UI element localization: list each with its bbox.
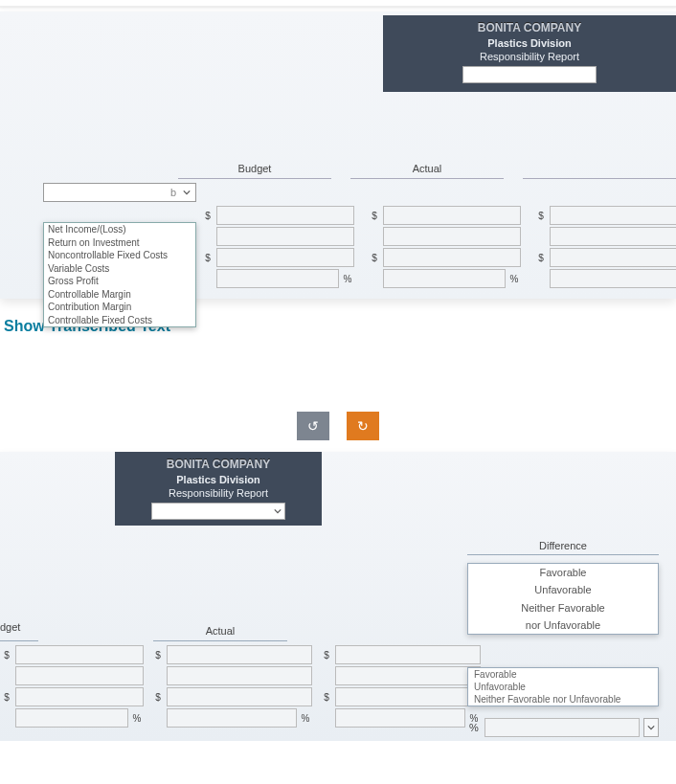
budget-input-2[interactable] <box>216 227 354 246</box>
option-item[interactable]: Variable Costs <box>44 262 195 276</box>
select-current: b <box>46 187 180 198</box>
actual-column: $ $ % <box>151 645 312 728</box>
budget-column: $ $ % <box>201 206 364 288</box>
option-item[interactable]: Contribution Margin <box>44 301 195 314</box>
dollar-icon: $ <box>368 253 381 263</box>
fav-option[interactable]: Favorable <box>468 668 658 681</box>
dget-input-3[interactable] <box>15 687 144 706</box>
dget-input-1[interactable] <box>15 645 144 664</box>
option-item[interactable]: Return on Investment <box>44 236 195 250</box>
option-item[interactable]: Controllable Fixed Costs <box>44 314 195 327</box>
fav-option[interactable]: Unfavorable <box>468 681 658 693</box>
header-select[interactable] <box>462 66 597 83</box>
option-item[interactable]: Net Income/(Loss) <box>44 223 195 236</box>
col-header-actual: Actual <box>153 621 287 641</box>
report-panel-bottom: BONITA COMPANY Plastics Division Respons… <box>0 452 676 741</box>
budget-input-3[interactable] <box>216 248 354 267</box>
option-item[interactable]: Noncontrollable Fixed Costs <box>44 249 195 262</box>
dollar-icon: $ <box>201 253 214 263</box>
chevron-down-icon <box>271 504 284 518</box>
third-input-1[interactable] <box>550 206 676 225</box>
col-header-dget: dget <box>0 621 38 641</box>
percent-icon: % <box>299 713 312 724</box>
actual-input-2[interactable] <box>167 666 312 685</box>
column-headers-top: Budget Actual <box>0 159 676 179</box>
percent-icon: % <box>341 274 354 284</box>
report-title: Responsibility Report <box>169 487 268 499</box>
dollar-icon: $ <box>0 692 13 703</box>
difference-options[interactable]: Favorable Unfavorable Neither Favorable … <box>467 563 659 635</box>
fav-option[interactable]: Neither Favorable nor Unfavorable <box>468 693 658 706</box>
actual-input-1[interactable] <box>383 206 521 225</box>
mid-toolbar: ↺ ↻ <box>0 412 676 440</box>
diff-option[interactable]: nor Unfavorable <box>468 616 658 634</box>
dget-column: $ $ % <box>0 645 144 728</box>
report-panel-top: BONITA COMPANY Plastics Division Respons… <box>0 11 676 299</box>
percent-icon: % <box>130 713 144 724</box>
company-name: BONITA COMPANY <box>478 21 581 34</box>
dget-input-2[interactable] <box>15 666 144 685</box>
diff-option[interactable]: Neither Favorable <box>468 599 658 616</box>
option-item[interactable]: Gross Profit <box>44 275 195 288</box>
dollar-icon: $ <box>534 253 548 263</box>
dollar-icon: $ <box>151 650 165 661</box>
row-label-options[interactable]: Net Income/(Loss) Return on Investment N… <box>43 222 196 327</box>
col-header-actual: Actual <box>350 159 504 179</box>
actual-column: $ $ % <box>368 206 530 288</box>
report-header-top: BONITA COMPANY Plastics Division Respons… <box>383 15 676 92</box>
diff-input-3[interactable] <box>335 687 481 706</box>
dollar-icon: $ <box>151 692 165 703</box>
option-item[interactable]: Controllable Margin <box>44 288 195 302</box>
favorability-dropdown[interactable]: Favorable Unfavorable Neither Favorable … <box>467 667 659 706</box>
dollar-icon: $ <box>534 211 548 221</box>
diff-option[interactable]: Unfavorable <box>468 581 658 598</box>
actual-input-1[interactable] <box>167 645 312 664</box>
actual-input-4[interactable] <box>167 708 297 728</box>
diff-option[interactable]: Favorable <box>468 564 658 581</box>
top-divider <box>0 6 676 8</box>
col-header-blank <box>523 159 676 179</box>
diff-input-1[interactable] <box>335 645 481 664</box>
redo-icon: ↻ <box>357 418 369 434</box>
diff-input-4[interactable] <box>335 708 465 728</box>
budget-input-4[interactable] <box>216 269 339 288</box>
header-select[interactable] <box>151 503 285 520</box>
third-column: $ $ <box>534 206 676 288</box>
third-input-4[interactable] <box>550 269 676 288</box>
division-name: Plastics Division <box>176 474 259 485</box>
actual-input-2[interactable] <box>383 227 521 246</box>
percent-icon: % <box>507 274 521 284</box>
col-header-difference: Difference <box>467 540 659 555</box>
division-name: Plastics Division <box>487 37 571 49</box>
dollar-icon: $ <box>320 692 333 703</box>
diff-percent-row: % <box>467 718 659 737</box>
diff-percent-input[interactable] <box>484 718 640 737</box>
diff-select-chevron[interactable] <box>643 718 659 737</box>
redo-button[interactable]: ↻ <box>347 412 379 440</box>
row-label-select[interactable]: b <box>43 183 196 202</box>
undo-button[interactable]: ↺ <box>297 412 329 440</box>
col-header-budget: Budget <box>178 159 331 179</box>
dollar-icon: $ <box>201 211 214 221</box>
report-title: Responsibility Report <box>480 51 579 62</box>
actual-input-3[interactable] <box>167 687 312 706</box>
dollar-icon: $ <box>0 650 13 661</box>
actual-input-4[interactable] <box>383 269 506 288</box>
percent-icon: % <box>467 722 481 733</box>
third-input-3[interactable] <box>550 248 676 267</box>
dollar-icon: $ <box>368 211 381 221</box>
actual-input-3[interactable] <box>383 248 521 267</box>
chevron-down-icon <box>180 186 193 199</box>
budget-input-1[interactable] <box>216 206 354 225</box>
company-name: BONITA COMPANY <box>167 458 270 471</box>
third-input-2[interactable] <box>550 227 676 246</box>
report-header-bottom: BONITA COMPANY Plastics Division Respons… <box>115 452 322 526</box>
undo-icon: ↺ <box>307 418 319 434</box>
dollar-icon: $ <box>320 650 333 661</box>
value-columns-top: $ $ % $ $ % $ $ <box>201 206 676 288</box>
dget-input-4[interactable] <box>15 708 128 728</box>
middle-diff-column: $ $ % <box>320 645 481 728</box>
diff-input-2[interactable] <box>335 666 481 685</box>
